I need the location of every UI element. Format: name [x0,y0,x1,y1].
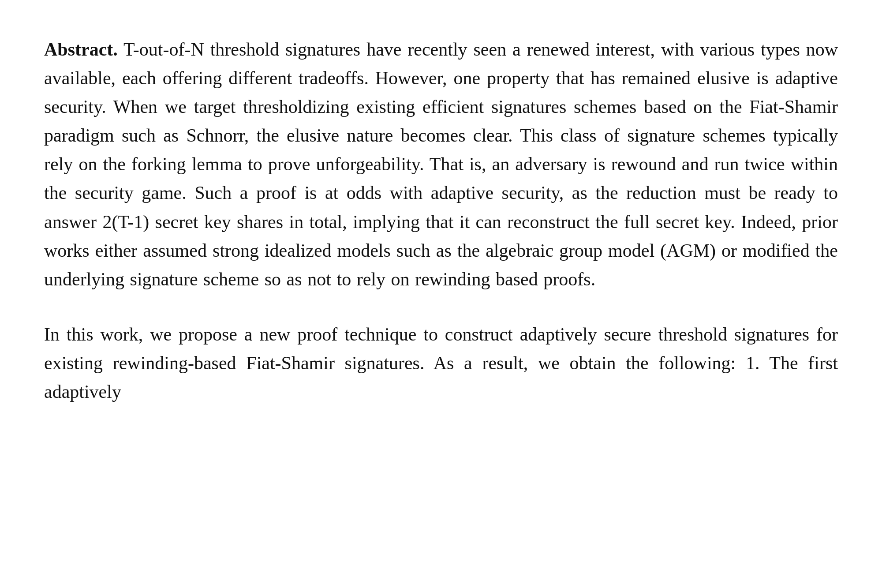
abstract-paragraph-1-text: T-out-of-N threshold signatures have rec… [44,39,838,289]
abstract-paragraph-1: Abstract. T-out-of-N threshold signature… [44,35,838,294]
abstract-block: Abstract. T-out-of-N threshold signature… [44,35,838,406]
abstract-label: Abstract. [44,39,118,60]
abstract-paragraph-2: In this work, we propose a new proof tec… [44,320,838,406]
page-container: Abstract. T-out-of-N threshold signature… [0,0,882,588]
